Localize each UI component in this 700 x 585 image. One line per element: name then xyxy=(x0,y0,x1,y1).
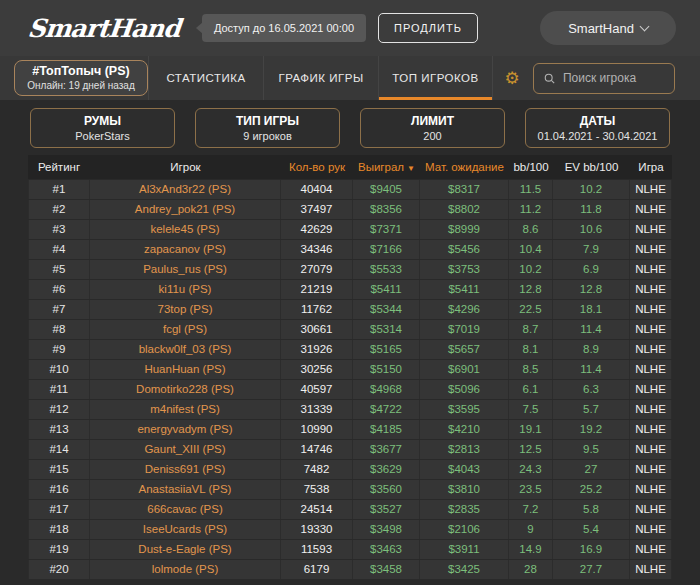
cell-game: NLHE xyxy=(630,520,672,539)
cell-evbb100: 11.4 xyxy=(553,360,630,379)
table-row[interactable]: #12 m4nifest (PS) 31339 $4722 $3595 7.5 … xyxy=(28,399,672,419)
cell-bb100: 9 xyxy=(509,520,553,539)
tab[interactable]: СТАТИСТИКА xyxy=(148,56,263,100)
table-row[interactable]: #9 blackw0lf_03 (PS) 31926 $5165 $5657 8… xyxy=(28,339,672,359)
column-header-won[interactable]: Выиграл▼ xyxy=(353,161,420,173)
cell-rating: #14 xyxy=(28,440,90,459)
column-header-hands[interactable]: Кол-во рук xyxy=(281,161,353,173)
table-row[interactable]: #18 IseeUcards (PS) 19330 $3498 $2106 9 … xyxy=(28,519,672,539)
cell-game: NLHE xyxy=(630,260,672,279)
cell-hands: 37497 xyxy=(281,200,353,219)
cell-player[interactable]: energyvadym (PS) xyxy=(90,420,281,439)
tab[interactable]: ТОП ИГРОКОВ xyxy=(378,56,493,100)
cell-hands: 30661 xyxy=(281,320,353,339)
search-input[interactable] xyxy=(563,71,664,85)
cell-player[interactable]: IseeUcards (PS) xyxy=(90,520,281,539)
cell-game: NLHE xyxy=(630,440,672,459)
cell-won: $3560 xyxy=(353,480,420,499)
selected-player-card[interactable]: #ТопТопыч (PS) Онлайн: 19 дней назад xyxy=(14,60,148,96)
cell-evbb100: 19.2 xyxy=(553,420,630,439)
column-header-player[interactable]: Игрок xyxy=(90,161,281,173)
player-search[interactable] xyxy=(533,63,675,94)
cell-player[interactable]: lolmode (PS) xyxy=(90,560,281,579)
cell-evbb100: 5.8 xyxy=(553,500,630,519)
table-row[interactable]: #5 Paulus_rus (PS) 27079 $5533 $3753 10.… xyxy=(28,259,672,279)
cell-player[interactable]: Dust-e-Eagle (PS) xyxy=(90,540,281,559)
table-row[interactable]: #17 666cavac (PS) 24514 $3527 $2835 7.2 … xyxy=(28,499,672,519)
cell-hands: 24514 xyxy=(281,500,353,519)
cell-player[interactable]: fcgl (PS) xyxy=(90,320,281,339)
cell-hands: 6179 xyxy=(281,560,353,579)
filter-value: 200 xyxy=(363,129,502,143)
table-row[interactable]: #3 kelele45 (PS) 42629 $7371 $8999 8.6 1… xyxy=(28,219,672,239)
cell-evbb100: 12.8 xyxy=(553,280,630,299)
table-row[interactable]: #16 AnastasiiaVL (PS) 7538 $3560 $3810 2… xyxy=(28,479,672,499)
cell-rating: #20 xyxy=(28,560,90,579)
cell-hands: 34346 xyxy=(281,240,353,259)
cell-player[interactable]: HuanHuan (PS) xyxy=(90,360,281,379)
cell-player[interactable]: Andrey_pok21 (PS) xyxy=(90,200,281,219)
cell-bb100: 10.4 xyxy=(509,240,553,259)
table-row[interactable]: #15 Deniss691 (PS) 7482 $3629 $4043 24.3… xyxy=(28,459,672,479)
cell-player[interactable]: kelele45 (PS) xyxy=(90,220,281,239)
account-menu-label: SmartHand xyxy=(568,21,634,36)
cell-player[interactable]: Paulus_rus (PS) xyxy=(90,260,281,279)
cell-player[interactable]: Gaunt_XIII (PS) xyxy=(90,440,281,459)
cell-player[interactable]: Domotirko228 (PS) xyxy=(90,380,281,399)
cell-player[interactable]: zapacanov (PS) xyxy=(90,240,281,259)
tab[interactable]: ГРАФИК ИГРЫ xyxy=(263,56,378,100)
settings-gear-icon[interactable]: ⚙ xyxy=(493,56,531,100)
cell-player[interactable]: AnastasiiaVL (PS) xyxy=(90,480,281,499)
cell-evbb100: 6.9 xyxy=(553,260,630,279)
filter-bar: РУМЫ PokerStars ТИП ИГРЫ 9 игроков ЛИМИТ… xyxy=(0,100,700,155)
table-row[interactable]: #4 zapacanov (PS) 34346 $7166 $5456 10.4… xyxy=(28,239,672,259)
tab-label: ГРАФИК ИГРЫ xyxy=(278,72,363,84)
cell-won: $4968 xyxy=(353,380,420,399)
column-header-rating[interactable]: Рейтинг xyxy=(28,161,90,173)
table-row[interactable]: #8 fcgl (PS) 30661 $5314 $7019 8.7 11.4 … xyxy=(28,319,672,339)
filter-dropdown[interactable]: ТИП ИГРЫ 9 игроков xyxy=(195,108,340,148)
filter-dropdown[interactable]: ДАТЫ 01.04.2021 - 30.04.2021 xyxy=(525,108,670,148)
table-row[interactable]: #20 lolmode (PS) 6179 $3458 $3425 28 27.… xyxy=(28,559,672,579)
column-header-bb100[interactable]: bb/100 xyxy=(509,161,553,173)
cell-player[interactable]: m4nifest (PS) xyxy=(90,400,281,419)
cell-player[interactable]: blackw0lf_03 (PS) xyxy=(90,340,281,359)
table-row[interactable]: #10 HuanHuan (PS) 30256 $5150 $6901 8.5 … xyxy=(28,359,672,379)
cell-won: $7371 xyxy=(353,220,420,239)
table-row[interactable]: #11 Domotirko228 (PS) 40597 $4968 $5096 … xyxy=(28,379,672,399)
cell-evbb100: 10.6 xyxy=(553,220,630,239)
table-row[interactable]: #14 Gaunt_XIII (PS) 14746 $3677 $2813 12… xyxy=(28,439,672,459)
cell-game: NLHE xyxy=(630,460,672,479)
column-header-evbb100[interactable]: EV bb/100 xyxy=(553,161,630,173)
column-header-game[interactable]: Игра xyxy=(630,161,672,173)
table-row[interactable]: #2 Andrey_pok21 (PS) 37497 $8356 $8802 1… xyxy=(28,199,672,219)
table-row[interactable]: #13 energyvadym (PS) 10990 $4185 $4210 1… xyxy=(28,419,672,439)
filter-dropdown[interactable]: ЛИМИТ 200 xyxy=(360,108,505,148)
filter-dropdown[interactable]: РУМЫ PokerStars xyxy=(30,108,175,148)
cell-game: NLHE xyxy=(630,540,672,559)
selected-player-status: Онлайн: 19 дней назад xyxy=(27,79,135,92)
account-menu-button[interactable]: SmartHand xyxy=(540,11,676,45)
cell-player[interactable]: ki11u (PS) xyxy=(90,280,281,299)
filter-label: ТИП ИГРЫ xyxy=(198,113,337,129)
selected-player-name: #ТопТопыч (PS) xyxy=(32,64,129,79)
cell-expectation: $4043 xyxy=(420,460,509,479)
cell-player[interactable]: Al3xAnd3r22 (PS) xyxy=(90,180,281,199)
cell-evbb100: 7.9 xyxy=(553,240,630,259)
cell-player[interactable]: Deniss691 (PS) xyxy=(90,460,281,479)
table-row[interactable]: #7 73top (PS) 11762 $5344 $4296 22.5 18.… xyxy=(28,299,672,319)
cell-game: NLHE xyxy=(630,320,672,339)
cell-rating: #11 xyxy=(28,380,90,399)
cell-player[interactable]: 73top (PS) xyxy=(90,300,281,319)
column-header-expectation[interactable]: Мат. ожидание xyxy=(420,161,509,173)
cell-bb100: 22.5 xyxy=(509,300,553,319)
table-row[interactable]: #6 ki11u (PS) 21219 $5411 $5411 12.8 12.… xyxy=(28,279,672,299)
table-row[interactable]: #1 Al3xAnd3r22 (PS) 40404 $9405 $8317 11… xyxy=(28,179,672,199)
cell-rating: #12 xyxy=(28,400,90,419)
cell-player[interactable]: 666cavac (PS) xyxy=(90,500,281,519)
table-row[interactable]: #19 Dust-e-Eagle (PS) 11593 $3463 $3911 … xyxy=(28,539,672,559)
cell-won: $5533 xyxy=(353,260,420,279)
cell-game: NLHE xyxy=(630,500,672,519)
renew-button[interactable]: ПРОДЛИТЬ xyxy=(378,13,478,43)
cell-game: NLHE xyxy=(630,480,672,499)
